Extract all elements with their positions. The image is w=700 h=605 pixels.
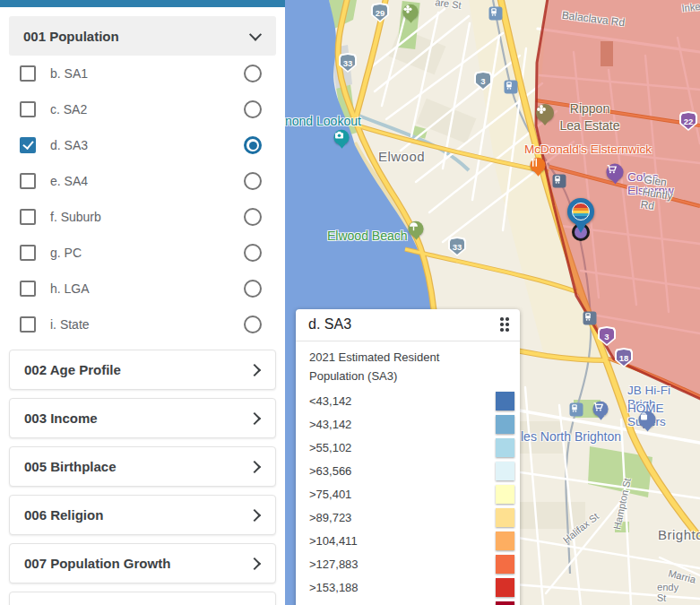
radio-lga[interactable] (244, 280, 262, 298)
legend-row: >127,883 (296, 553, 520, 576)
legend-row: >63,566 (296, 460, 520, 483)
sidebar-accent-bar (0, 0, 285, 7)
radio-sa4[interactable] (244, 172, 262, 190)
layer-label-state: i. State (50, 317, 90, 332)
label-inkerman-st: Inke (681, 1, 700, 13)
label-coles-north-brighton[interactable]: les North Brighton (521, 429, 621, 444)
radio-sa1[interactable] (244, 65, 262, 82)
legend-row: >55,102 (296, 436, 520, 460)
chevron-down-icon (249, 29, 262, 41)
legend-row: >153,188 (296, 576, 520, 600)
category-population-header[interactable]: 001 Population (9, 16, 276, 56)
radio-suburb[interactable] (244, 208, 262, 226)
legend-row: >104,411 (296, 530, 520, 553)
layer-label-sa1: b. SA1 (50, 66, 88, 81)
rippon-lea-marker-icon[interactable] (536, 104, 554, 122)
layer-label-lga: h. LGA (50, 281, 90, 296)
legend-swatch (496, 601, 514, 605)
section-label: 003 Income (24, 411, 98, 426)
train-station-icon[interactable] (570, 403, 583, 417)
legend-row: <43,142 (296, 390, 520, 413)
legend-swatch (496, 462, 514, 480)
map-canvas[interactable]: are St Inke Balaclava Rd nond Lookout El… (285, 0, 700, 605)
beach-marker-icon[interactable] (409, 221, 424, 237)
legend-label: >89,723 (309, 511, 351, 524)
label-rippon-lea-estate[interactable]: Rippon Lea Estate (560, 100, 620, 134)
section-label: 002 Age Profile (24, 362, 121, 377)
checkbox-sa3[interactable] (20, 137, 36, 153)
label-ormond-lookout[interactable]: nond Lookout (285, 114, 361, 128)
restaurant-marker-icon[interactable] (531, 158, 546, 173)
legend-swatch (496, 438, 514, 457)
legend-label: >153,188 (309, 581, 359, 594)
legend-swatch (496, 415, 514, 434)
legend-label: >104,411 (309, 534, 358, 548)
section-label: 006 Religion (24, 507, 103, 523)
chevron-right-icon (248, 508, 261, 521)
layer-row-lga: h. LGA (0, 271, 285, 307)
category-title: 001 Population (23, 29, 119, 44)
legend-label: >63,566 (309, 464, 351, 478)
legend-swatch (496, 532, 514, 550)
legend-row: >174,726 (296, 600, 520, 605)
section-birthplace[interactable]: 005 Birthplace (9, 446, 276, 487)
section-religion[interactable]: 006 Religion (9, 495, 276, 535)
app-window: 001 Population b. SA1 c. SA2 d. SA3 e. S… (0, 0, 700, 605)
section-partial[interactable] (9, 592, 276, 605)
store-cart-marker-icon[interactable] (593, 402, 609, 417)
legend-row: >43,142 (296, 413, 520, 436)
park-marker-icon[interactable] (403, 4, 419, 20)
legend-label: >75,401 (309, 488, 351, 501)
label-mcdonalds-elsternwick[interactable]: McDonald's Elsternwick (524, 143, 652, 156)
chevron-right-icon (248, 460, 261, 472)
radio-sa2[interactable] (244, 100, 262, 118)
layer-label-sa3: d. SA3 (50, 138, 88, 152)
lookout-camera-marker-icon[interactable] (334, 130, 350, 145)
train-station-icon[interactable] (505, 81, 518, 94)
legend-swatch (496, 392, 514, 411)
train-station-icon[interactable] (489, 7, 503, 21)
checkbox-sa1[interactable] (20, 65, 36, 82)
radio-pc[interactable] (244, 244, 262, 262)
legend-swatch (496, 508, 514, 527)
train-station-icon[interactable] (553, 175, 566, 188)
checkbox-lga[interactable] (20, 281, 36, 297)
checkbox-sa4[interactable] (20, 173, 36, 189)
layers-sidebar: 001 Population b. SA1 c. SA2 d. SA3 e. S… (0, 0, 285, 605)
checkbox-state[interactable] (20, 316, 36, 333)
legend-label: <43,142 (309, 394, 351, 408)
shopping-bag-marker-icon[interactable] (639, 411, 656, 428)
checkbox-suburb[interactable] (20, 209, 36, 225)
property-pin-logo (572, 203, 590, 220)
layer-label-sa2: c. SA2 (50, 102, 87, 117)
layer-row-suburb: f. Suburb (0, 199, 285, 235)
label-glen-huntly-rd: Glen Huntly Rd (640, 173, 683, 216)
section-population-growth[interactable]: 007 Population Growth (9, 543, 276, 583)
section-label: 007 Population Growth (24, 556, 170, 571)
property-pin[interactable] (567, 198, 594, 225)
layer-label-pc: g. PC (50, 246, 82, 260)
checkbox-pc[interactable] (20, 245, 36, 261)
label-brighton: Brighto (658, 527, 700, 542)
legend-row: >75,401 (296, 483, 520, 506)
section-label: 005 Birthplace (24, 459, 117, 474)
radio-sa3[interactable] (244, 136, 262, 154)
legend-swatch (496, 485, 514, 504)
legend-label: >127,883 (309, 557, 359, 571)
checkbox-sa2[interactable] (20, 101, 36, 117)
drag-handle-icon[interactable] (498, 315, 511, 333)
train-station-icon[interactable] (583, 312, 597, 325)
legend-swatch (496, 555, 514, 574)
label-endy-st: endy St (657, 581, 687, 603)
legend-panel: d. SA3 2021 Estimated Resident Populatio… (296, 309, 520, 605)
layer-row-sa3: d. SA3 (0, 127, 285, 163)
radio-state[interactable] (244, 315, 262, 333)
label-elwood-beach[interactable]: Elwood Beach (327, 229, 408, 243)
chevron-right-icon (248, 557, 261, 569)
legend-row: >89,723 (296, 506, 520, 530)
coles-cart-marker-icon[interactable] (607, 164, 624, 181)
section-income[interactable]: 003 Income (9, 398, 276, 438)
label-elwood: Elwood (378, 149, 425, 164)
legend-label: >43,142 (309, 418, 351, 431)
section-age-profile[interactable]: 002 Age Profile (9, 350, 276, 390)
